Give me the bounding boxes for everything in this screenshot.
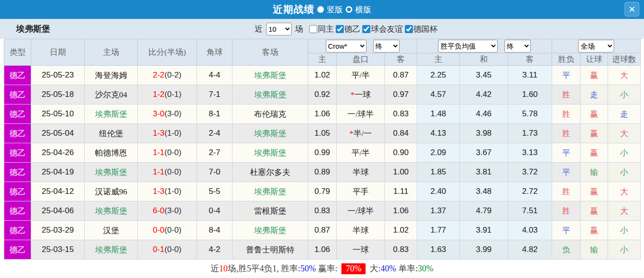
- asian-home-odds: 0.92: [308, 85, 337, 104]
- filter-option: 德乙: [335, 24, 360, 35]
- subcol-euro-home: 主: [417, 53, 460, 66]
- handicap-result: 输: [581, 240, 608, 260]
- summary-segment: 40%: [381, 264, 396, 274]
- handicap-text: 一/球半: [348, 110, 374, 119]
- halftime-score: (1-0): [164, 187, 181, 196]
- asian-home-odds: 1.05: [308, 124, 337, 143]
- summary-segment: 50%: [300, 264, 316, 274]
- score-cell: 3-0(3-0): [138, 104, 197, 124]
- fulltime-scope-select[interactable]: 全场: [578, 40, 614, 52]
- away-team: 埃弗斯堡: [233, 182, 308, 201]
- match-row: 德乙25-05-18沙尔克041-2(0-1)7-1埃弗斯堡0.92*一球0.9…: [4, 85, 641, 104]
- filter-checkbox-2[interactable]: [362, 25, 370, 33]
- outcome-result: 胜: [552, 182, 581, 201]
- euro-home-odds: 1.63: [417, 240, 460, 260]
- handicap-text: 一/球半: [348, 207, 374, 216]
- filter-checkbox-3[interactable]: [405, 25, 413, 33]
- asian-away-odds: 0.87: [385, 66, 417, 85]
- filter-checkboxes: 同主德乙球会友谊德国杯: [309, 24, 438, 35]
- goals-result: 大: [608, 201, 641, 221]
- match-date: 25-03-29: [31, 221, 85, 240]
- subcol-asian-home: 主: [308, 53, 337, 66]
- asian-home-odds: 1.02: [308, 66, 337, 85]
- filter-label: 同主: [318, 24, 334, 35]
- handicap-result: 赢: [581, 104, 608, 124]
- handicap-text: 半球: [353, 226, 369, 235]
- handicap-result: 赢: [581, 182, 608, 201]
- match-date: 25-04-19: [31, 163, 85, 182]
- match-row: 德乙25-05-10埃弗斯堡3-0(3-0)8-1布伦瑞克1.06一/球半0.8…: [4, 104, 641, 124]
- dialog-title: 近期战绩: [273, 3, 314, 16]
- euro-draw-odds: 4.46: [460, 104, 508, 124]
- halftime-score: (3-0): [164, 109, 181, 118]
- outcome-result: 胜: [552, 85, 581, 104]
- fulltime-score: 1-3: [153, 129, 165, 138]
- euro-home-odds: 4.57: [417, 85, 460, 104]
- score-cell: 6-0(3-0): [138, 201, 197, 221]
- score-cell: 1-1(0-0): [138, 143, 197, 163]
- home-team: 海登海姆: [85, 66, 138, 85]
- match-date: 25-05-18: [31, 85, 85, 104]
- summary-segment: 70%: [341, 263, 366, 274]
- close-icon: ✕: [628, 4, 635, 15]
- away-team: 埃弗斯堡: [233, 143, 308, 163]
- asian-handicap: 一/球半: [337, 201, 385, 221]
- match-date: 25-04-12: [31, 182, 85, 201]
- subcol-goals: 进球数: [608, 53, 641, 66]
- asian-away-odds: 0.83: [385, 240, 417, 260]
- euro-home-odds: 2.09: [417, 143, 460, 163]
- handicap-result: 走: [581, 85, 608, 104]
- score-cell: 1-2(0-1): [138, 85, 197, 104]
- match-date: 25-04-26: [31, 143, 85, 163]
- asian-handicap: *一球: [337, 85, 385, 104]
- subcol-asian-away: 客: [385, 53, 417, 66]
- league-badge: 德乙: [4, 143, 31, 163]
- asian-away-odds: 0.84: [385, 124, 417, 143]
- close-button[interactable]: ✕: [625, 2, 639, 17]
- away-team: 杜塞尔多夫: [233, 163, 308, 182]
- matches-label: 场: [295, 24, 303, 35]
- euro-away-odds: 5.78: [508, 104, 552, 124]
- handicap-text: 平/半: [351, 148, 370, 157]
- fulltime-score: 6-0: [153, 206, 165, 215]
- league-badge: 德乙: [4, 85, 31, 104]
- col-header-corner: 角球: [197, 39, 233, 66]
- euro-away-odds: 4.82: [508, 240, 552, 260]
- asian-handicap: *半/一: [337, 124, 385, 143]
- asian-time-select[interactable]: 终: [373, 40, 400, 52]
- euro-home-odds: 1.37: [417, 201, 460, 221]
- asian-home-odds: 0.83: [308, 201, 337, 221]
- euro-company-select[interactable]: 胜平负均值: [438, 40, 498, 52]
- filter-checkbox-1[interactable]: [336, 25, 344, 33]
- match-row: 德乙25-04-26帕德博恩1-1(0-0)2-7埃弗斯堡0.99平/半0.90…: [4, 143, 641, 163]
- match-count-select[interactable]: 10: [266, 23, 292, 35]
- euro-draw-odds: 3.99: [460, 240, 508, 260]
- asian-home-odds: 0.99: [308, 143, 337, 163]
- asian-away-odds: 0.97: [385, 85, 417, 104]
- euro-draw-odds: 3.45: [460, 66, 508, 85]
- home-team: 纽伦堡: [85, 124, 138, 143]
- summary-line: 近10场,胜5平4负1, 胜率:50% 赢率: 70% 大:40% 单率:30%: [0, 260, 644, 278]
- radio-selected-icon: [317, 6, 324, 13]
- layout-radio-horizontal[interactable]: 横版: [346, 4, 371, 15]
- layout-radio-vertical[interactable]: 竖版: [317, 4, 343, 15]
- match-date: 25-05-23: [31, 66, 85, 85]
- asian-company-select[interactable]: Crow*: [326, 40, 367, 52]
- handicap-result: 赢: [581, 201, 608, 221]
- euro-odds-group-header: 胜平负均值 终: [417, 39, 552, 53]
- summary-segment: 大:: [367, 263, 381, 274]
- asian-handicap: 平/半: [337, 66, 385, 85]
- corner-score: 8-4: [197, 221, 233, 240]
- match-row: 德乙25-05-23海登海姆2-2(0-2)4-4埃弗斯堡1.02平/半0.87…: [4, 66, 641, 85]
- halftime-score: (0-0): [164, 167, 181, 176]
- outcome-result: 平: [552, 163, 581, 182]
- goals-result: 走: [608, 104, 641, 124]
- corner-score: 2-4: [197, 124, 233, 143]
- asian-away-odds: 1.06: [385, 201, 417, 221]
- summary-segment: 10: [219, 264, 228, 274]
- score-cell: 0-0(0-0): [138, 221, 197, 240]
- euro-time-select[interactable]: 终: [504, 40, 531, 52]
- filter-checkbox-0[interactable]: [309, 25, 317, 33]
- goals-result: 大: [608, 66, 641, 85]
- league-badge: 德乙: [4, 240, 31, 260]
